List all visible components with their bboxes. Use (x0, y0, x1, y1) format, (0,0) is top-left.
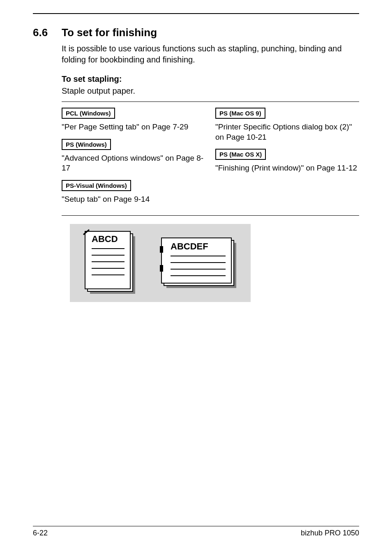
badge-ps-visual-windows: PS-Visual (Windows) (62, 180, 131, 191)
section-number: 6.6 (33, 26, 62, 39)
footer-page-number: 6-22 (33, 529, 48, 537)
ref-text: "Advanced Options windows" on Page 8-17 (62, 153, 205, 173)
svg-rect-12 (160, 246, 163, 253)
portrait-page-stack-icon: ABCD (80, 228, 142, 298)
intro-paragraph: It is possible to use various functions … (62, 43, 359, 65)
svg-rect-13 (160, 265, 163, 272)
ref-text: "Setup tab" on Page 9-14 (62, 194, 205, 205)
right-column: PS (Mac OS 9) "Printer Specific Options … (215, 106, 359, 210)
landscape-page-stack-icon: ABCDEF (154, 232, 240, 294)
badge-ps-macx: PS (Mac OS X) (215, 149, 266, 160)
badge-pcl-windows: PCL (Windows) (62, 108, 115, 119)
badge-ps-mac9: PS (Mac OS 9) (215, 108, 265, 119)
reference-table: PCL (Windows) "Per Page Setting tab" on … (62, 101, 359, 216)
sub-body: Staple output paper. (62, 86, 359, 96)
sub-heading: To set stapling: (62, 74, 359, 84)
illus-label: ABCDEF (171, 241, 208, 251)
left-column: PCL (Windows) "Per Page Setting tab" on … (62, 106, 205, 210)
stapling-illustration: ABCD ABCDEF (70, 224, 251, 302)
ref-text: "Per Page Setting tab" on Page 7-29 (62, 122, 205, 132)
ref-text: "Finishing (Print window)" on Page 11-12 (215, 163, 359, 173)
ref-text: "Printer Specific Options dialog box (2)… (215, 122, 359, 142)
footer-product-name: bizhub PRO 1050 (301, 529, 359, 537)
illus-label: ABCD (92, 234, 118, 244)
badge-ps-windows: PS (Windows) (62, 139, 111, 150)
section-title: To set for finishing (62, 26, 157, 39)
